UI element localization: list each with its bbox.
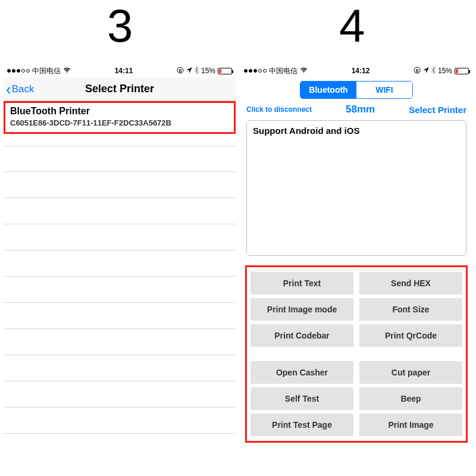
action-button-panel: Print Text Send HEX Print Image mode Fon… bbox=[245, 265, 468, 443]
battery-percent: 15% bbox=[201, 67, 215, 75]
nav-bar: ‹ Back Select Printer bbox=[4, 77, 236, 101]
location-icon bbox=[186, 67, 192, 74]
wifi-icon bbox=[63, 67, 71, 74]
printer-name: BlueTooth Printer bbox=[10, 106, 229, 117]
battery-percent: 15% bbox=[438, 67, 452, 75]
connection-row: Click to disconnect 58mm Select Printer bbox=[240, 100, 472, 120]
print-image-mode-button[interactable]: Print Image mode bbox=[250, 298, 353, 321]
print-codebar-button[interactable]: Print Codebar bbox=[250, 324, 353, 347]
status-time: 14:12 bbox=[352, 67, 370, 75]
printer-uuid: C6051E86-3DCD-7F11-11EF-F2DC33A5672B bbox=[10, 118, 229, 127]
connection-segment: Bluetooth WIFI bbox=[300, 81, 413, 99]
open-casher-button[interactable]: Open Casher bbox=[250, 361, 353, 384]
print-text-area[interactable]: Support Android and iOS bbox=[246, 120, 466, 256]
status-bar: 中国电信 14:11 15% bbox=[4, 64, 236, 77]
battery-icon bbox=[455, 68, 469, 74]
segment-bluetooth[interactable]: Bluetooth bbox=[300, 82, 356, 98]
orientation-lock-icon bbox=[414, 67, 421, 75]
carrier-label: 中国电信 bbox=[269, 66, 298, 76]
font-size-button[interactable]: Font Size bbox=[359, 298, 462, 321]
disconnect-link[interactable]: Click to disconnect bbox=[246, 105, 312, 114]
self-test-button[interactable]: Self Test bbox=[250, 387, 353, 410]
cut-paper-button[interactable]: Cut paper bbox=[359, 361, 462, 384]
wifi-icon bbox=[300, 67, 308, 74]
bluetooth-icon bbox=[431, 67, 436, 75]
beep-button[interactable]: Beep bbox=[359, 387, 462, 410]
paper-width-button[interactable]: 58mm bbox=[346, 104, 375, 115]
print-text-content: Support Android and iOS bbox=[253, 126, 359, 136]
print-text-button[interactable]: Print Text bbox=[250, 272, 353, 295]
page-title: Select Printer bbox=[4, 83, 236, 95]
signal-icon bbox=[244, 69, 267, 73]
orientation-lock-icon bbox=[177, 67, 184, 75]
carrier-label: 中国电信 bbox=[32, 66, 61, 76]
status-time: 14:11 bbox=[115, 67, 133, 75]
status-bar: 中国电信 14:12 15% bbox=[240, 64, 472, 77]
segment-wifi[interactable]: WIFI bbox=[356, 82, 412, 98]
phone-left: 中国电信 14:11 15% bbox=[4, 64, 236, 475]
send-hex-button[interactable]: Send HEX bbox=[359, 272, 462, 295]
print-test-page-button[interactable]: Print Test Page bbox=[250, 414, 353, 436]
signal-icon bbox=[7, 69, 30, 73]
chevron-left-icon: ‹ bbox=[6, 82, 11, 97]
back-button[interactable]: ‹ Back bbox=[4, 82, 34, 97]
printer-list-item[interactable]: BlueTooth Printer C6051E86-3DCD-7F11-11E… bbox=[4, 101, 236, 134]
print-image-button[interactable]: Print Image bbox=[359, 414, 462, 436]
slide-number-4: 4 bbox=[339, 0, 365, 53]
location-icon bbox=[423, 67, 429, 74]
bluetooth-icon bbox=[195, 67, 199, 75]
phone-right: 中国电信 14:12 15% bbox=[240, 64, 472, 475]
empty-list bbox=[4, 146, 236, 434]
slide-number-3: 3 bbox=[107, 0, 133, 53]
back-label: Back bbox=[12, 83, 35, 95]
select-printer-link[interactable]: Select Printer bbox=[409, 105, 466, 115]
print-qrcode-button[interactable]: Print QrCode bbox=[359, 324, 462, 347]
battery-icon bbox=[218, 68, 232, 74]
